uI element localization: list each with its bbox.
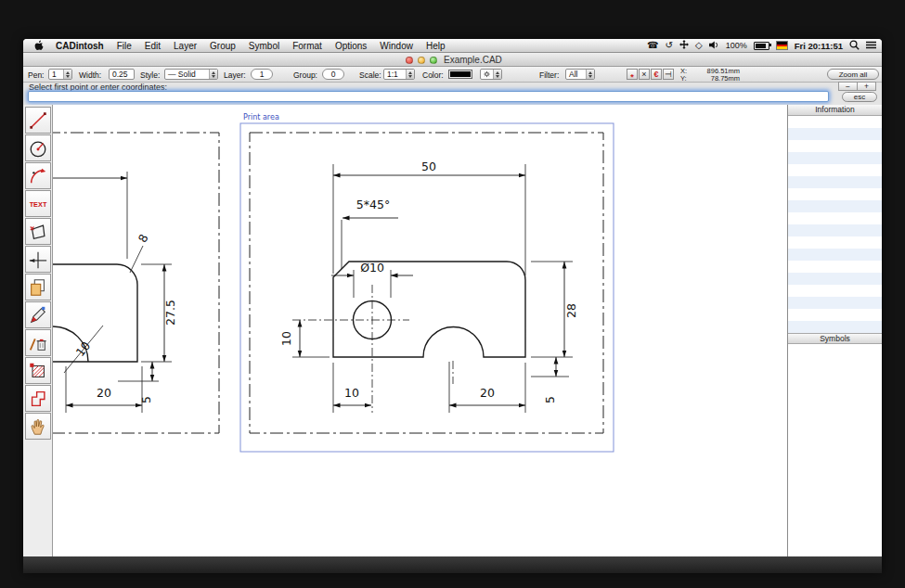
group-label: Group: <box>293 70 317 80</box>
menu-layer[interactable]: Layer <box>167 41 203 51</box>
dim-label-right-step: 5 <box>543 396 557 403</box>
drawing-toolbar: Pen: 1 Width: 0.25 Style: — Solid Layer:… <box>23 67 882 83</box>
menu-format[interactable]: Format <box>286 41 329 51</box>
coordinate-input[interactable] <box>28 91 829 102</box>
arc-tool-button[interactable] <box>25 162 51 189</box>
spotlight-icon[interactable] <box>849 40 860 52</box>
scale-select[interactable]: 1:1 <box>383 69 415 80</box>
desktop <box>23 556 882 573</box>
polygon-icon <box>28 222 48 242</box>
style-value: — Solid <box>165 70 209 79</box>
zoom-window-button[interactable] <box>430 57 437 64</box>
polyline-tool-button[interactable] <box>25 385 51 412</box>
zoom-in-button[interactable]: + <box>857 82 876 91</box>
perpendicular-glyph: ⊣ <box>665 70 672 79</box>
style-select[interactable]: — Solid <box>164 69 218 80</box>
move-arrows-icon[interactable] <box>679 40 689 51</box>
circle-tool-button[interactable] <box>25 134 51 161</box>
menu-file[interactable]: File <box>110 41 138 51</box>
information-header[interactable]: Information <box>788 105 882 116</box>
filter-label: Filter: <box>539 70 559 80</box>
keyboard-layout-flag-icon[interactable] <box>776 41 788 50</box>
circle-icon <box>28 138 48 159</box>
layer-field[interactable]: 1 <box>251 69 273 80</box>
style-label: Style: <box>140 70 160 80</box>
pen-edit-tool-button[interactable] <box>25 301 51 328</box>
group-field[interactable]: 0 <box>322 69 344 80</box>
text-tool-button[interactable]: TEXT <box>25 190 51 217</box>
polygon-tool-button[interactable] <box>25 218 51 245</box>
apple-icon <box>34 40 44 51</box>
zoom-all-button[interactable]: Zoom all <box>827 69 879 80</box>
scale-value: 1:1 <box>384 70 406 79</box>
snap-toggle-perpendicular[interactable]: ⊣ <box>663 69 674 80</box>
minimize-window-button[interactable] <box>418 57 425 64</box>
hatch-icon <box>28 361 48 381</box>
width-value: 0.25 <box>112 70 128 79</box>
step-shape-icon <box>28 389 48 409</box>
delete-tool-button[interactable] <box>25 329 51 356</box>
layer-label: Layer: <box>224 70 246 80</box>
side-panel: Information Symbols <box>787 105 882 556</box>
width-field[interactable]: 0.25 <box>109 69 135 80</box>
esc-button[interactable]: esc <box>842 92 877 102</box>
sync-arrow-icon[interactable]: ↺ <box>666 41 673 50</box>
tool-palette: TEXT <box>25 107 51 441</box>
stepper-arrows-icon <box>406 70 414 79</box>
menu-options[interactable]: Options <box>329 41 373 51</box>
snap-toggle-center[interactable]: € <box>651 69 662 80</box>
symbols-header[interactable]: Symbols <box>788 333 882 344</box>
sheet-border-right <box>250 133 603 433</box>
stepper-arrows-icon <box>493 70 501 79</box>
battery-icon[interactable] <box>754 42 769 50</box>
menu-edit[interactable]: Edit <box>138 41 167 51</box>
pan-tool-button[interactable] <box>25 413 51 440</box>
close-window-button[interactable] <box>406 57 413 64</box>
dim-label-width: 20 <box>97 386 111 400</box>
display: CADintosh File Edit Layer Group Symbol F… <box>23 39 882 573</box>
line-tool-button[interactable] <box>25 107 51 134</box>
pen-value: 1 <box>49 70 63 79</box>
battery-percent: 100% <box>726 41 747 50</box>
menu-window[interactable]: Window <box>373 41 420 51</box>
snap-toggle-cross[interactable]: × <box>639 69 650 80</box>
apple-menu[interactable] <box>29 40 49 51</box>
cad-drawing: Print area 8 27.5 10 <box>53 105 788 556</box>
information-list[interactable] <box>788 116 882 333</box>
phone-icon[interactable]: ☎ <box>647 41 658 50</box>
trash-icon <box>28 333 48 353</box>
volume-icon[interactable] <box>709 41 719 51</box>
copy-tool-button[interactable] <box>25 274 51 300</box>
cross-glyph: × <box>641 70 646 79</box>
settings-select[interactable] <box>480 69 502 80</box>
group-value: 0 <box>331 70 336 79</box>
menu-symbol[interactable]: Symbol <box>242 41 286 51</box>
coord-y-label: Y: <box>680 75 687 83</box>
menu-help[interactable]: Help <box>420 41 452 51</box>
menu-bar: CADintosh File Edit Layer Group Symbol F… <box>23 39 882 53</box>
arc-icon <box>28 166 48 186</box>
drawing-canvas[interactable]: Print area 8 27.5 10 <box>52 105 788 556</box>
dimension-tool-button[interactable] <box>25 246 51 273</box>
menu-clock[interactable]: Fri 20:11:51 <box>795 41 843 51</box>
dim-label-fillet: 8 <box>136 232 151 245</box>
window-title-bar[interactable]: Example.CAD <box>23 53 882 67</box>
dim-label-step: 5 <box>139 396 153 403</box>
hatch-tool-button[interactable] <box>25 357 51 384</box>
color-swatch[interactable] <box>448 70 472 79</box>
snap-toggle-star[interactable]: * <box>627 69 638 80</box>
dim-label-hole-x: 10 <box>344 386 359 400</box>
zoom-out-button[interactable]: − <box>838 82 858 91</box>
print-area-label: Print area <box>243 113 279 121</box>
right-drawing: 50 5*45° Ø10 28 <box>279 160 578 413</box>
stepper-arrows-icon <box>586 70 594 79</box>
filter-select[interactable]: All <box>565 69 595 80</box>
scale-label: Scale: <box>359 70 381 80</box>
symbols-list[interactable] <box>788 344 882 556</box>
diamond-icon[interactable]: ◇ <box>695 41 703 50</box>
gear-icon <box>481 70 493 79</box>
notification-list-icon[interactable] <box>866 41 876 51</box>
menu-group[interactable]: Group <box>203 41 242 51</box>
pen-select[interactable]: 1 <box>48 69 72 80</box>
menu-app-name[interactable]: CADintosh <box>49 41 110 51</box>
